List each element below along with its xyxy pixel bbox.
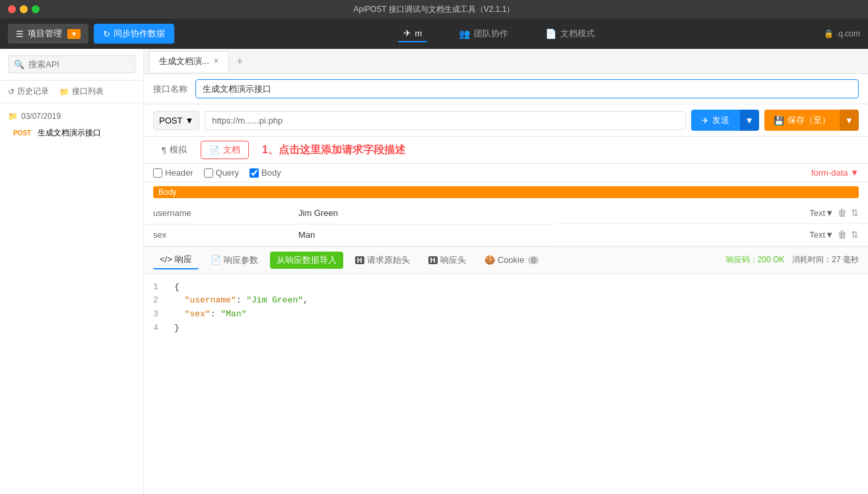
body-badge: Body — [153, 186, 859, 198]
cookie-badge: 0 — [528, 256, 539, 264]
sidebar-tree: 📁 03/07/2019 POST 生成文档演示接口 — [0, 103, 143, 147]
row-actions-username: Text▼ 🗑 ⇅ — [809, 207, 859, 218]
response-import-label: 从响应数据导入 — [277, 254, 337, 266]
table-row: sex Man Text▼ 🗑 ⇅ — [144, 224, 868, 246]
url-input[interactable] — [205, 111, 685, 130]
type-select-sex[interactable]: Text▼ — [809, 230, 834, 240]
res-header-icon: H — [428, 256, 438, 264]
elapsed-time: 消耗时间：27 毫秒 — [792, 254, 859, 265]
nav-item-m[interactable]: ✈ m — [398, 25, 428, 42]
send-button[interactable]: ✈ 发送 — [691, 110, 740, 131]
param-value-username: Jim Green — [289, 202, 556, 224]
response-area: </> 响应 📄 响应参数 从响应数据导入 H 请求原始头 H 响应头 — [144, 246, 868, 495]
code-sex: "sex": "Man" — [174, 308, 246, 322]
response-tab-raw-header[interactable]: H 请求原始头 — [349, 252, 417, 269]
response-code-icon: </> — [160, 254, 172, 264]
traffic-light-red[interactable] — [8, 5, 16, 13]
params-row: Header Query Body form-data ▼ — [144, 164, 868, 182]
param-type-sex-cell: Text▼ 🗑 ⇅ — [556, 224, 868, 246]
doc-hint[interactable]: 1、点击这里添加请求字段描述 — [262, 143, 405, 157]
response-tab-import[interactable]: 从响应数据导入 — [270, 252, 343, 269]
save-button[interactable]: 💾 保存（至） — [764, 110, 840, 131]
search-icon: 🔍 — [14, 59, 24, 69]
api-list-icon: 📁 — [59, 87, 69, 96]
code-brace-close: } — [174, 322, 180, 335]
param-type-username-cell: Text▼ 🗑 ⇅ — [556, 202, 868, 224]
api-item-name: 生成文档演示接口 — [38, 127, 101, 139]
project-mgr-button[interactable]: ☰ 项目管理 ▼ — [8, 24, 88, 44]
send-dropdown-button[interactable]: ▼ — [740, 110, 759, 131]
response-tab-params[interactable]: 📄 响应参数 — [204, 252, 265, 269]
tab-active[interactable]: 生成文档演... ✕ — [149, 51, 229, 72]
tab-close-icon[interactable]: ✕ — [213, 57, 219, 65]
type-select-username[interactable]: Text▼ — [809, 208, 834, 218]
code-brace-open: { — [174, 281, 180, 295]
query-checkbox[interactable] — [204, 168, 213, 178]
form-data-label[interactable]: form-data ▼ — [811, 168, 859, 178]
header-checkbox[interactable] — [153, 168, 162, 178]
nav-item-team[interactable]: 👥 团队协作 — [453, 25, 514, 42]
url-row: POST ▼ ✈ 发送 ▼ 💾 保存（至） ▼ — [144, 104, 868, 137]
response-status: 响应码：200 OK 消耗时间：27 毫秒 — [726, 254, 859, 265]
traffic-lights — [8, 5, 40, 13]
tab-add-button[interactable]: + — [232, 53, 248, 70]
nav-item-doc[interactable]: 📄 文档模式 — [540, 25, 600, 42]
sort-icon-username[interactable]: ⇅ — [851, 207, 859, 218]
nav-doc-label: 文档模式 — [560, 28, 595, 40]
search-input-wrap: 🔍 — [8, 55, 135, 73]
sync-button[interactable]: ↻ 同步协作数据 — [94, 24, 174, 44]
simulate-label: 模拟 — [170, 144, 187, 156]
delete-icon-sex[interactable]: 🗑 — [838, 229, 847, 240]
api-name-input[interactable] — [195, 79, 859, 98]
query-label: Query — [216, 168, 239, 178]
api-list-item[interactable]: 📁 接口列表 — [59, 86, 104, 97]
save-icon: 💾 — [774, 116, 784, 125]
method-dropdown-icon: ▼ — [185, 116, 193, 125]
tab-bar: 生成文档演... ✕ + — [144, 49, 868, 74]
send-icon: ✈ — [702, 116, 709, 125]
app-title: ApiPOST 接口调试与文档生成工具（V2.1.1） — [354, 4, 515, 15]
method-select[interactable]: POST ▼ — [153, 111, 199, 130]
delete-icon-username[interactable]: 🗑 — [838, 207, 847, 218]
line-num-4: 4 — [153, 322, 166, 335]
tree-api-item[interactable]: POST 生成文档演示接口 — [0, 124, 143, 142]
history-item[interactable]: ↺ 历史记录 — [8, 86, 49, 97]
response-tab-response[interactable]: </> 响应 — [153, 251, 199, 269]
body-checkbox-item[interactable]: Body — [250, 168, 281, 178]
response-tab-cookie[interactable]: 🍪 Cookie 0 — [478, 252, 546, 267]
search-input[interactable] — [28, 59, 129, 69]
dropdown-arrow-icon: ▼ — [67, 29, 81, 39]
sub-tab-simulate[interactable]: ¶ 模拟 — [153, 141, 195, 159]
params-table: username Jim Green Text▼ 🗑 ⇅ sex — [144, 202, 868, 246]
sort-icon-sex[interactable]: ⇅ — [851, 229, 859, 240]
response-tab-res-header[interactable]: H 响应头 — [422, 252, 473, 269]
code-username: "username": "Jim Green", — [174, 294, 308, 308]
traffic-light-green[interactable] — [32, 5, 40, 13]
sidebar-nav: ↺ 历史记录 📁 接口列表 — [0, 81, 143, 103]
nav-m-label: m — [415, 28, 422, 38]
send-label: 发送 — [712, 114, 729, 126]
header-label: Header — [165, 168, 193, 178]
sub-tab-doc[interactable]: 📄 文档 — [201, 141, 249, 159]
response-tabs: </> 响应 📄 响应参数 从响应数据导入 H 请求原始头 H 响应头 — [144, 247, 868, 274]
save-btn-group: 💾 保存（至） ▼ — [764, 110, 859, 131]
lock-icon: 🔒 — [824, 29, 834, 38]
main-layout: 🔍 ↺ 历史记录 📁 接口列表 📁 03/07/2019 POST 生成文档演示… — [0, 49, 868, 494]
top-nav: ☰ 项目管理 ▼ ↻ 同步协作数据 ✈ m 👥 团队协作 📄 文档模式 🔒 .q… — [0, 18, 868, 49]
body-checkbox[interactable] — [250, 168, 259, 178]
status-code: 响应码：200 OK — [726, 254, 785, 265]
sidebar: 🔍 ↺ 历史记录 📁 接口列表 📁 03/07/2019 POST 生成文档演示… — [0, 49, 144, 494]
nav-doc-icon: 📄 — [545, 28, 556, 39]
save-dropdown-button[interactable]: ▼ — [840, 110, 859, 131]
body-checkbox-label: Body — [261, 168, 281, 178]
res-header-label: 响应头 — [440, 254, 466, 266]
query-checkbox-item[interactable]: Query — [204, 168, 239, 178]
row-actions-sex: Text▼ 🗑 ⇅ — [809, 229, 859, 240]
response-params-icon: 📄 — [211, 255, 221, 265]
header-checkbox-item[interactable]: Header — [153, 168, 193, 178]
doc-tab-label: 文档 — [223, 144, 240, 156]
cookie-label: Cookie — [498, 255, 524, 265]
traffic-light-yellow[interactable] — [20, 5, 28, 13]
api-list-label: 接口列表 — [72, 86, 104, 97]
response-tab-label: 响应 — [175, 254, 192, 265]
